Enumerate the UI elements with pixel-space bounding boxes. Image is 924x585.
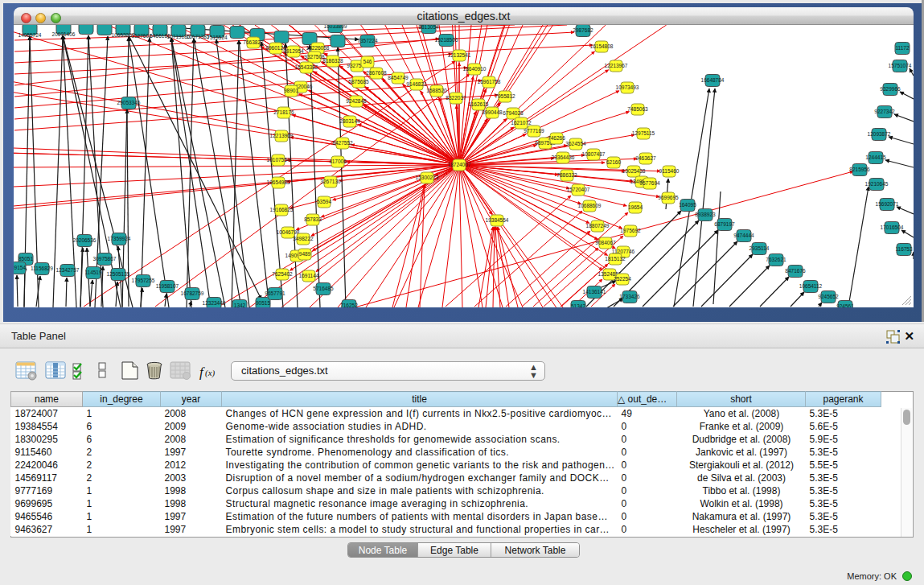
svg-text:11156829: 11156829 xyxy=(31,266,53,271)
svg-text:9463627: 9463627 xyxy=(635,155,656,161)
svg-text:1527602: 1527602 xyxy=(131,33,152,39)
svg-text:19218506: 19218506 xyxy=(435,37,458,43)
svg-text:3267130: 3267130 xyxy=(320,179,341,184)
svg-text:53594: 53594 xyxy=(317,199,331,204)
svg-text:19654985: 19654985 xyxy=(267,179,290,185)
svg-text:15720407: 15720407 xyxy=(567,187,590,192)
svg-text:9327508: 9327508 xyxy=(304,54,325,60)
svg-text:12132541: 12132541 xyxy=(448,52,471,58)
svg-text:10688609: 10688609 xyxy=(578,203,602,208)
svg-text:2867608: 2867608 xyxy=(366,70,387,76)
svg-text:62160: 62160 xyxy=(606,159,621,165)
svg-text:(x): (x) xyxy=(205,368,216,378)
svg-text:3624554: 3624554 xyxy=(565,141,586,146)
svg-text:18724007: 18724007 xyxy=(448,162,471,167)
svg-text:9115460: 9115460 xyxy=(659,168,680,174)
svg-text:8454749: 8454749 xyxy=(388,75,409,80)
svg-text:17016504: 17016504 xyxy=(881,225,904,230)
svg-text:7632621: 7632621 xyxy=(766,257,786,262)
svg-text:16961758: 16961758 xyxy=(478,79,501,84)
svg-text:2935114: 2935114 xyxy=(749,245,770,251)
svg-text:16033809: 16033809 xyxy=(324,25,347,29)
svg-text:857833: 857833 xyxy=(304,216,322,222)
svg-text:15692071: 15692071 xyxy=(876,201,899,207)
svg-text:12975115: 12975115 xyxy=(632,130,655,136)
svg-text:5716485: 5716485 xyxy=(313,286,334,291)
svg-text:8990448: 8990448 xyxy=(482,109,503,115)
svg-text:1815132: 1815132 xyxy=(605,256,626,262)
svg-text:9084067: 9084067 xyxy=(595,240,616,245)
svg-text:11958107: 11958107 xyxy=(156,283,179,289)
svg-text:12342757: 12342757 xyxy=(56,267,80,273)
svg-text:9777169: 9777169 xyxy=(524,128,544,134)
svg-text:8186328: 8186328 xyxy=(322,58,343,64)
svg-text:7515524: 7515524 xyxy=(207,35,228,40)
svg-text:924561: 924561 xyxy=(836,303,854,307)
svg-text:16782759: 16782759 xyxy=(181,290,204,296)
svg-text:3498222: 3498222 xyxy=(293,236,314,241)
svg-text:12505135: 12505135 xyxy=(107,271,130,277)
svg-text:164095: 164095 xyxy=(679,202,696,208)
svg-text:16154808: 16154808 xyxy=(590,43,614,49)
svg-text:8322037: 8322037 xyxy=(446,95,466,101)
svg-text:10973493: 10973493 xyxy=(616,84,639,90)
svg-text:10107554: 10107554 xyxy=(267,157,290,163)
svg-text:252254: 252254 xyxy=(614,276,631,282)
svg-text:98901: 98901 xyxy=(284,88,298,93)
svg-text:10025438: 10025438 xyxy=(622,168,646,174)
svg-text:10807487: 10807487 xyxy=(582,151,606,157)
svg-text:546: 546 xyxy=(363,59,372,64)
svg-text:20206536: 20206536 xyxy=(73,237,97,243)
svg-text:19210645: 19210645 xyxy=(865,181,889,187)
svg-text:9577694: 9577694 xyxy=(639,180,660,186)
svg-text:85051: 85051 xyxy=(18,256,33,262)
svg-text:51342: 51342 xyxy=(571,303,585,307)
svg-text:19654: 19654 xyxy=(628,204,643,210)
svg-text:1162615: 1162615 xyxy=(469,101,489,107)
svg-text:17359924: 17359924 xyxy=(108,236,131,241)
svg-text:8215956: 8215956 xyxy=(849,167,870,172)
svg-text:20364436: 20364436 xyxy=(552,154,575,160)
svg-text:12213969: 12213969 xyxy=(270,133,294,138)
svg-text:5875685: 5875685 xyxy=(348,79,369,84)
svg-text:10046798: 10046798 xyxy=(277,229,300,235)
svg-text:15300273: 15300273 xyxy=(416,175,439,180)
svg-text:90515: 90515 xyxy=(256,300,270,306)
svg-text:114519: 114519 xyxy=(84,270,102,275)
svg-text:9227342: 9227342 xyxy=(874,109,895,114)
svg-text:8471676: 8471676 xyxy=(785,268,806,274)
svg-text:7955812: 7955812 xyxy=(495,93,515,99)
svg-text:6794028: 6794028 xyxy=(503,110,524,116)
svg-text:116753: 116753 xyxy=(895,246,913,252)
svg-text:10654112: 10654112 xyxy=(799,283,823,289)
svg-text:f: f xyxy=(199,365,205,380)
svg-text:17957255: 17957255 xyxy=(132,278,155,283)
svg-text:9657791: 9657791 xyxy=(265,290,285,296)
svg-text:9489: 9489 xyxy=(299,251,311,257)
svg-text:1691144: 1691144 xyxy=(299,273,319,278)
svg-text:7625402: 7625402 xyxy=(272,271,293,277)
svg-text:7886322: 7886322 xyxy=(556,172,577,178)
svg-text:1621072: 1621072 xyxy=(511,120,532,126)
svg-text:15751074: 15751074 xyxy=(889,63,912,68)
svg-text:6879197: 6879197 xyxy=(714,221,735,227)
svg-text:13226058: 13226058 xyxy=(306,45,330,51)
svg-text:746266: 746266 xyxy=(548,135,565,141)
svg-text:29053346: 29053346 xyxy=(117,100,141,105)
svg-text:11172: 11172 xyxy=(895,45,909,51)
svg-text:30975867: 30975867 xyxy=(93,256,117,262)
svg-text:9242848: 9242848 xyxy=(346,98,367,104)
svg-text:1733426: 1733426 xyxy=(619,294,640,299)
svg-text:39154: 39154 xyxy=(14,265,26,270)
svg-text:7485063: 7485063 xyxy=(627,106,648,112)
svg-text:18807249: 18807249 xyxy=(586,223,610,229)
svg-text:20691406: 20691406 xyxy=(52,31,76,37)
svg-text:12323446: 12323446 xyxy=(203,300,226,306)
svg-text:2803144: 2803144 xyxy=(339,118,360,124)
svg-text:7357224: 7357224 xyxy=(357,38,378,43)
svg-text:12213967: 12213967 xyxy=(605,63,628,68)
svg-text:9245652: 9245652 xyxy=(818,294,839,299)
svg-text:16648784: 16648784 xyxy=(701,77,725,83)
svg-text:9146821: 9146821 xyxy=(406,81,427,87)
svg-text:9474444: 9474444 xyxy=(733,233,754,238)
